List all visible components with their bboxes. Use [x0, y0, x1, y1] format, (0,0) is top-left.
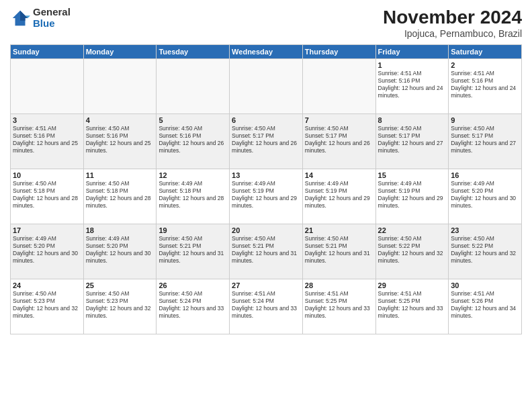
- month-title: November 2024: [383, 7, 522, 28]
- day-number: 10: [13, 171, 81, 179]
- page: General Blue November 2024 Ipojuca, Pern…: [0, 0, 532, 411]
- day-number: 28: [305, 281, 373, 289]
- day-number: 29: [378, 281, 447, 289]
- day-number: 6: [232, 116, 300, 124]
- day-number: 1: [378, 61, 447, 69]
- calendar-cell: 14Sunrise: 4:49 AM Sunset: 5:19 PM Dayli…: [302, 169, 375, 224]
- day-number: 22: [378, 226, 447, 234]
- header-row: Sunday Monday Tuesday Wednesday Thursday…: [11, 45, 522, 59]
- calendar-cell: 25Sunrise: 4:50 AM Sunset: 5:23 PM Dayli…: [83, 279, 157, 334]
- day-number: 15: [378, 171, 447, 179]
- day-info: Sunrise: 4:49 AM Sunset: 5:20 PM Dayligh…: [451, 180, 519, 210]
- day-number: 17: [13, 226, 81, 234]
- day-info: Sunrise: 4:50 AM Sunset: 5:21 PM Dayligh…: [159, 235, 227, 265]
- calendar-cell: 2Sunrise: 4:51 AM Sunset: 5:16 PM Daylig…: [449, 59, 522, 114]
- calendar-cell: 6Sunrise: 4:50 AM Sunset: 5:17 PM Daylig…: [230, 114, 303, 169]
- day-number: 24: [13, 281, 81, 289]
- day-number: 7: [305, 116, 373, 124]
- day-info: Sunrise: 4:50 AM Sunset: 5:21 PM Dayligh…: [305, 235, 373, 265]
- calendar-cell: [302, 59, 375, 114]
- calendar-cell: 21Sunrise: 4:50 AM Sunset: 5:21 PM Dayli…: [302, 224, 375, 279]
- calendar-cell: 1Sunrise: 4:51 AM Sunset: 5:16 PM Daylig…: [375, 59, 449, 114]
- calendar-cell: 3Sunrise: 4:51 AM Sunset: 5:16 PM Daylig…: [11, 114, 84, 169]
- day-info: Sunrise: 4:49 AM Sunset: 5:19 PM Dayligh…: [305, 180, 373, 210]
- calendar-cell: 26Sunrise: 4:50 AM Sunset: 5:24 PM Dayli…: [157, 279, 230, 334]
- calendar-cell: [11, 59, 84, 114]
- day-info: Sunrise: 4:50 AM Sunset: 5:23 PM Dayligh…: [13, 290, 81, 320]
- day-number: 26: [159, 281, 227, 289]
- calendar-week-1: 3Sunrise: 4:51 AM Sunset: 5:16 PM Daylig…: [11, 114, 522, 169]
- day-number: 14: [305, 171, 373, 179]
- day-info: Sunrise: 4:51 AM Sunset: 5:16 PM Dayligh…: [378, 70, 447, 99]
- day-number: 20: [232, 226, 300, 234]
- day-info: Sunrise: 4:51 AM Sunset: 5:25 PM Dayligh…: [305, 290, 373, 320]
- calendar-cell: [83, 59, 157, 114]
- day-number: 12: [159, 171, 227, 179]
- day-info: Sunrise: 4:49 AM Sunset: 5:20 PM Dayligh…: [86, 235, 154, 265]
- day-number: 11: [86, 171, 154, 179]
- day-info: Sunrise: 4:51 AM Sunset: 5:25 PM Dayligh…: [378, 290, 447, 320]
- calendar-cell: 5Sunrise: 4:50 AM Sunset: 5:16 PM Daylig…: [157, 114, 230, 169]
- calendar-week-0: 1Sunrise: 4:51 AM Sunset: 5:16 PM Daylig…: [11, 59, 522, 114]
- calendar-cell: 15Sunrise: 4:49 AM Sunset: 5:19 PM Dayli…: [375, 169, 449, 224]
- day-info: Sunrise: 4:50 AM Sunset: 5:18 PM Dayligh…: [13, 180, 81, 210]
- day-number: 5: [159, 116, 227, 124]
- day-info: Sunrise: 4:50 AM Sunset: 5:17 PM Dayligh…: [305, 125, 373, 154]
- logo-icon: [10, 8, 30, 28]
- calendar-week-2: 10Sunrise: 4:50 AM Sunset: 5:18 PM Dayli…: [11, 169, 522, 224]
- day-number: 27: [232, 281, 300, 289]
- calendar-cell: 23Sunrise: 4:50 AM Sunset: 5:22 PM Dayli…: [449, 224, 522, 279]
- day-info: Sunrise: 4:49 AM Sunset: 5:20 PM Dayligh…: [13, 235, 81, 265]
- day-info: Sunrise: 4:49 AM Sunset: 5:18 PM Dayligh…: [159, 180, 227, 210]
- day-info: Sunrise: 4:51 AM Sunset: 5:16 PM Dayligh…: [13, 125, 81, 154]
- calendar-cell: 4Sunrise: 4:50 AM Sunset: 5:16 PM Daylig…: [83, 114, 157, 169]
- calendar-cell: 24Sunrise: 4:50 AM Sunset: 5:23 PM Dayli…: [11, 279, 84, 334]
- day-info: Sunrise: 4:50 AM Sunset: 5:18 PM Dayligh…: [86, 180, 154, 210]
- day-number: 30: [451, 281, 519, 289]
- day-number: 25: [86, 281, 154, 289]
- col-saturday: Saturday: [449, 45, 522, 59]
- day-info: Sunrise: 4:50 AM Sunset: 5:16 PM Dayligh…: [159, 125, 227, 154]
- day-info: Sunrise: 4:49 AM Sunset: 5:19 PM Dayligh…: [232, 180, 300, 210]
- title-block: November 2024 Ipojuca, Pernambuco, Brazi…: [383, 7, 522, 39]
- day-info: Sunrise: 4:50 AM Sunset: 5:23 PM Dayligh…: [86, 290, 154, 320]
- day-number: 19: [159, 226, 227, 234]
- calendar-cell: 13Sunrise: 4:49 AM Sunset: 5:19 PM Dayli…: [230, 169, 303, 224]
- calendar-cell: 30Sunrise: 4:51 AM Sunset: 5:26 PM Dayli…: [449, 279, 522, 334]
- logo-general: General: [33, 7, 71, 18]
- col-thursday: Thursday: [302, 45, 375, 59]
- calendar-cell: 18Sunrise: 4:49 AM Sunset: 5:20 PM Dayli…: [83, 224, 157, 279]
- calendar-cell: [157, 59, 230, 114]
- day-info: Sunrise: 4:50 AM Sunset: 5:17 PM Dayligh…: [232, 125, 300, 154]
- calendar-cell: 8Sunrise: 4:50 AM Sunset: 5:17 PM Daylig…: [375, 114, 449, 169]
- day-info: Sunrise: 4:50 AM Sunset: 5:17 PM Dayligh…: [451, 125, 519, 154]
- day-number: 9: [451, 116, 519, 124]
- day-number: 18: [86, 226, 154, 234]
- location: Ipojuca, Pernambuco, Brazil: [383, 28, 522, 39]
- calendar-cell: 27Sunrise: 4:51 AM Sunset: 5:24 PM Dayli…: [230, 279, 303, 334]
- logo-text: General Blue: [33, 7, 71, 29]
- day-info: Sunrise: 4:50 AM Sunset: 5:21 PM Dayligh…: [232, 235, 300, 265]
- logo: General Blue: [10, 7, 71, 29]
- day-number: 3: [13, 116, 81, 124]
- col-tuesday: Tuesday: [157, 45, 230, 59]
- day-info: Sunrise: 4:50 AM Sunset: 5:22 PM Dayligh…: [451, 235, 519, 265]
- calendar-cell: 22Sunrise: 4:50 AM Sunset: 5:22 PM Dayli…: [375, 224, 449, 279]
- calendar-week-4: 24Sunrise: 4:50 AM Sunset: 5:23 PM Dayli…: [11, 279, 522, 334]
- day-info: Sunrise: 4:49 AM Sunset: 5:19 PM Dayligh…: [378, 180, 447, 210]
- calendar-table: Sunday Monday Tuesday Wednesday Thursday…: [10, 44, 522, 334]
- calendar-week-3: 17Sunrise: 4:49 AM Sunset: 5:20 PM Dayli…: [11, 224, 522, 279]
- day-number: 2: [451, 61, 519, 69]
- day-info: Sunrise: 4:50 AM Sunset: 5:22 PM Dayligh…: [378, 235, 447, 265]
- col-monday: Monday: [83, 45, 157, 59]
- day-info: Sunrise: 4:50 AM Sunset: 5:17 PM Dayligh…: [378, 125, 447, 154]
- calendar-cell: 9Sunrise: 4:50 AM Sunset: 5:17 PM Daylig…: [449, 114, 522, 169]
- day-info: Sunrise: 4:51 AM Sunset: 5:24 PM Dayligh…: [232, 290, 300, 320]
- logo-blue: Blue: [33, 18, 71, 30]
- col-wednesday: Wednesday: [230, 45, 303, 59]
- calendar-cell: 10Sunrise: 4:50 AM Sunset: 5:18 PM Dayli…: [11, 169, 84, 224]
- calendar-cell: 28Sunrise: 4:51 AM Sunset: 5:25 PM Dayli…: [302, 279, 375, 334]
- calendar-cell: 12Sunrise: 4:49 AM Sunset: 5:18 PM Dayli…: [157, 169, 230, 224]
- calendar-cell: 17Sunrise: 4:49 AM Sunset: 5:20 PM Dayli…: [11, 224, 84, 279]
- day-number: 4: [86, 116, 154, 124]
